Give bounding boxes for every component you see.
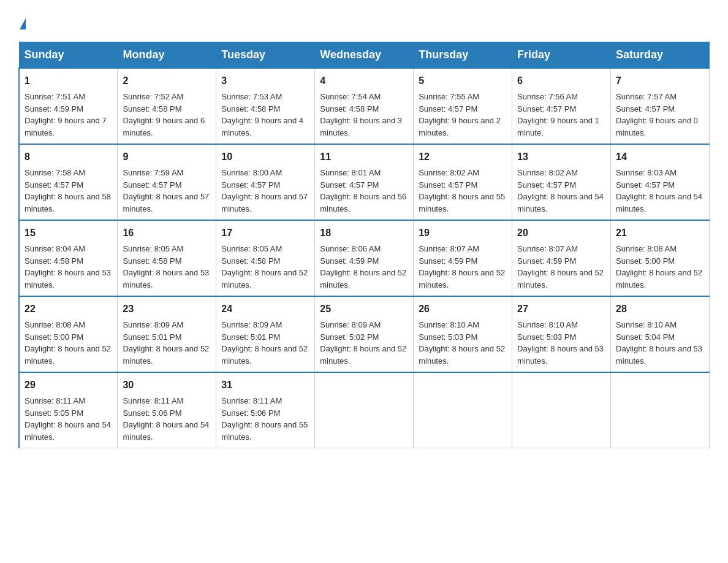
day-daylight: Daylight: 9 hours and 2 minutes. — [419, 116, 501, 137]
calendar-cell: 16 Sunrise: 8:05 AM Sunset: 4:58 PM Dayl… — [118, 220, 216, 296]
calendar-table: SundayMondayTuesdayWednesdayThursdayFrid… — [18, 42, 710, 448]
calendar-cell: 22 Sunrise: 8:08 AM Sunset: 5:00 PM Dayl… — [19, 296, 118, 372]
day-daylight: Daylight: 9 hours and 6 minutes. — [123, 116, 205, 137]
calendar-cell: 5 Sunrise: 7:55 AM Sunset: 4:57 PM Dayli… — [414, 68, 512, 144]
day-number: 7 — [616, 74, 704, 88]
day-sunset: Sunset: 4:57 PM — [616, 180, 675, 190]
day-sunset: Sunset: 5:00 PM — [25, 332, 83, 342]
day-number: 23 — [123, 302, 211, 316]
day-number: 25 — [320, 302, 408, 316]
day-number: 11 — [320, 150, 408, 164]
column-header-friday: Friday — [512, 42, 611, 69]
day-sunrise: Sunrise: 8:10 AM — [517, 320, 578, 329]
day-daylight: Daylight: 8 hours and 55 minutes. — [419, 192, 505, 213]
day-sunset: Sunset: 4:59 PM — [517, 256, 576, 266]
day-daylight: Daylight: 8 hours and 56 minutes. — [320, 192, 406, 213]
day-daylight: Daylight: 9 hours and 3 minutes. — [320, 116, 402, 137]
day-daylight: Daylight: 8 hours and 57 minutes. — [123, 192, 209, 213]
day-number: 5 — [419, 74, 507, 88]
page-header — [18, 12, 710, 29]
day-sunrise: Sunrise: 7:51 AM — [25, 92, 85, 101]
day-sunrise: Sunrise: 8:03 AM — [616, 168, 677, 177]
day-number: 9 — [123, 150, 211, 164]
day-daylight: Daylight: 8 hours and 53 minutes. — [616, 344, 702, 366]
day-sunrise: Sunrise: 7:58 AM — [25, 168, 85, 177]
day-sunset: Sunset: 5:01 PM — [221, 332, 280, 342]
calendar-cell: 6 Sunrise: 7:56 AM Sunset: 4:57 PM Dayli… — [512, 68, 611, 144]
day-sunrise: Sunrise: 7:55 AM — [419, 92, 479, 101]
calendar-cell: 10 Sunrise: 8:00 AM Sunset: 4:57 PM Dayl… — [216, 144, 315, 220]
day-daylight: Daylight: 8 hours and 54 minutes. — [517, 192, 604, 213]
day-sunrise: Sunrise: 8:04 AM — [25, 244, 85, 253]
day-number: 27 — [517, 302, 605, 316]
day-sunset: Sunset: 4:57 PM — [616, 104, 675, 113]
day-sunset: Sunset: 5:00 PM — [616, 256, 675, 266]
day-sunrise: Sunrise: 8:06 AM — [320, 244, 381, 253]
day-sunrise: Sunrise: 8:05 AM — [123, 244, 183, 253]
day-sunset: Sunset: 4:59 PM — [320, 256, 379, 266]
logo-triangle-icon — [20, 18, 26, 29]
day-sunrise: Sunrise: 8:10 AM — [419, 320, 479, 329]
calendar-cell — [414, 372, 512, 448]
day-number: 26 — [419, 302, 507, 316]
calendar-cell: 12 Sunrise: 8:02 AM Sunset: 4:57 PM Dayl… — [414, 144, 512, 220]
day-daylight: Daylight: 8 hours and 52 minutes. — [221, 268, 308, 289]
calendar-cell — [315, 372, 414, 448]
day-number: 18 — [320, 226, 408, 240]
day-number: 14 — [616, 150, 704, 164]
calendar-header: SundayMondayTuesdayWednesdayThursdayFrid… — [19, 42, 710, 69]
calendar-week-4: 22 Sunrise: 8:08 AM Sunset: 5:00 PM Dayl… — [19, 296, 710, 372]
day-sunset: Sunset: 5:03 PM — [517, 332, 576, 342]
calendar-cell: 24 Sunrise: 8:09 AM Sunset: 5:01 PM Dayl… — [216, 296, 315, 372]
column-header-tuesday: Tuesday — [216, 42, 315, 69]
day-number: 19 — [419, 226, 507, 240]
column-header-sunday: Sunday — [19, 42, 118, 69]
day-number: 8 — [25, 150, 112, 164]
day-sunset: Sunset: 4:58 PM — [123, 256, 181, 266]
day-daylight: Daylight: 8 hours and 55 minutes. — [221, 420, 308, 442]
calendar-cell: 25 Sunrise: 8:09 AM Sunset: 5:02 PM Dayl… — [315, 296, 414, 372]
day-number: 21 — [616, 226, 704, 240]
day-daylight: Daylight: 8 hours and 54 minutes. — [123, 420, 209, 442]
day-daylight: Daylight: 9 hours and 4 minutes. — [221, 116, 303, 137]
day-sunset: Sunset: 4:59 PM — [25, 104, 83, 113]
calendar-week-1: 1 Sunrise: 7:51 AM Sunset: 4:59 PM Dayli… — [19, 68, 710, 144]
calendar-cell: 8 Sunrise: 7:58 AM Sunset: 4:57 PM Dayli… — [19, 144, 118, 220]
calendar-cell: 23 Sunrise: 8:09 AM Sunset: 5:01 PM Dayl… — [118, 296, 216, 372]
calendar-week-2: 8 Sunrise: 7:58 AM Sunset: 4:57 PM Dayli… — [19, 144, 710, 220]
column-header-monday: Monday — [118, 42, 216, 69]
calendar-week-5: 29 Sunrise: 8:11 AM Sunset: 5:05 PM Dayl… — [19, 372, 710, 448]
day-sunrise: Sunrise: 8:09 AM — [320, 320, 381, 329]
day-daylight: Daylight: 8 hours and 53 minutes. — [25, 268, 111, 289]
day-sunrise: Sunrise: 8:09 AM — [221, 320, 282, 329]
day-sunrise: Sunrise: 8:11 AM — [25, 396, 85, 405]
day-daylight: Daylight: 8 hours and 52 minutes. — [221, 344, 308, 366]
day-sunrise: Sunrise: 7:56 AM — [517, 92, 578, 101]
day-number: 1 — [25, 74, 112, 88]
day-number: 20 — [517, 226, 605, 240]
day-sunset: Sunset: 5:02 PM — [320, 332, 379, 342]
day-daylight: Daylight: 8 hours and 53 minutes. — [123, 268, 209, 289]
day-daylight: Daylight: 8 hours and 52 minutes. — [25, 344, 111, 366]
calendar-cell: 11 Sunrise: 8:01 AM Sunset: 4:57 PM Dayl… — [315, 144, 414, 220]
day-daylight: Daylight: 9 hours and 0 minutes. — [616, 116, 698, 137]
day-number: 15 — [25, 226, 112, 240]
day-sunrise: Sunrise: 7:53 AM — [221, 92, 282, 101]
day-number: 24 — [221, 302, 309, 316]
day-sunset: Sunset: 5:03 PM — [419, 332, 477, 342]
calendar-cell: 28 Sunrise: 8:10 AM Sunset: 5:04 PM Dayl… — [611, 296, 710, 372]
calendar-cell: 3 Sunrise: 7:53 AM Sunset: 4:58 PM Dayli… — [216, 68, 315, 144]
day-sunset: Sunset: 4:59 PM — [419, 256, 477, 266]
day-daylight: Daylight: 8 hours and 52 minutes. — [616, 268, 702, 289]
day-daylight: Daylight: 8 hours and 54 minutes. — [25, 420, 111, 442]
day-number: 12 — [419, 150, 507, 164]
day-sunset: Sunset: 5:06 PM — [123, 408, 181, 418]
day-sunset: Sunset: 5:05 PM — [25, 408, 83, 418]
day-sunset: Sunset: 4:58 PM — [123, 104, 181, 113]
day-sunset: Sunset: 4:58 PM — [221, 256, 280, 266]
day-sunset: Sunset: 4:57 PM — [517, 104, 576, 113]
calendar-cell: 18 Sunrise: 8:06 AM Sunset: 4:59 PM Dayl… — [315, 220, 414, 296]
day-sunrise: Sunrise: 8:08 AM — [616, 244, 677, 253]
day-number: 16 — [123, 226, 211, 240]
calendar-cell: 14 Sunrise: 8:03 AM Sunset: 4:57 PM Dayl… — [611, 144, 710, 220]
